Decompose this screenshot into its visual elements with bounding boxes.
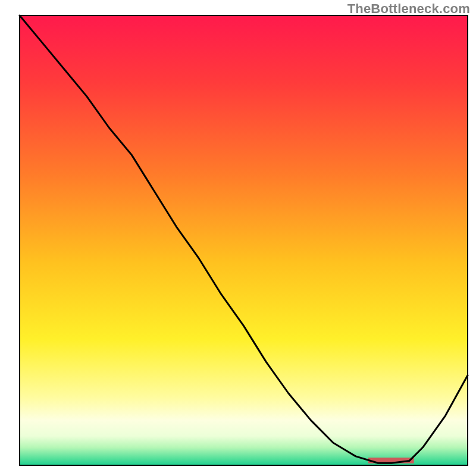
chart-container: { "watermark": "TheBottleneck.com", "col… (0, 0, 476, 476)
chart-background (20, 15, 468, 465)
bottleneck-chart (0, 0, 476, 476)
